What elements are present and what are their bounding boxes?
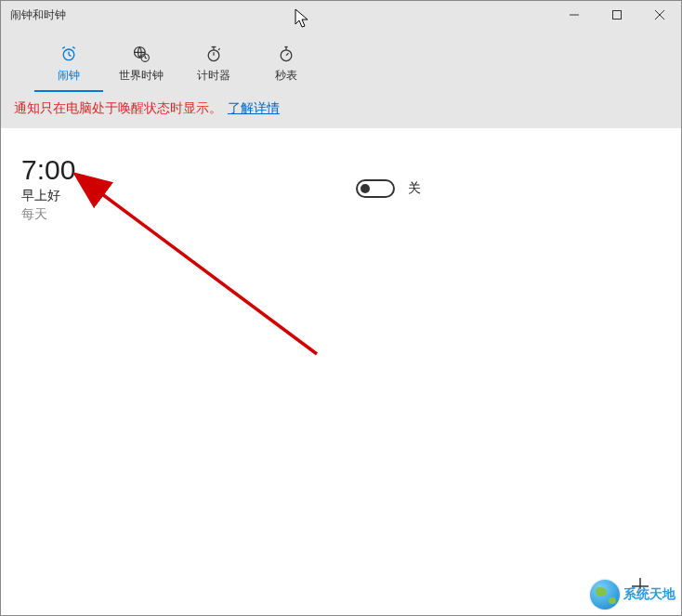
timer-icon [204,44,223,64]
tab-timer-label: 计时器 [197,68,230,84]
watermark-text: 系统天地 [623,586,675,603]
svg-line-8 [72,47,75,49]
alarm-name: 早上好 [21,188,356,204]
svg-line-19 [286,53,289,56]
alarm-icon [59,44,78,64]
alarm-toggle[interactable] [356,179,395,198]
toggle-knob [361,184,370,193]
maximize-button[interactable] [596,1,638,29]
minimize-button[interactable] [553,1,596,29]
svg-line-6 [69,55,72,57]
tab-alarm-label: 闹钟 [58,68,80,84]
tab-bar: 闹钟 世界时钟 [1,38,681,91]
svg-line-12 [145,58,147,59]
alarm-item[interactable]: 7:00 早上好 每天 关 [21,154,661,223]
tab-stopwatch-label: 秒表 [275,68,297,84]
tab-timer[interactable]: 计时器 [177,38,250,91]
content-area: 7:00 早上好 每天 关 下载吧 [1,128,681,616]
alarm-time: 7:00 [21,154,356,186]
close-button[interactable] [638,1,681,29]
tab-alarm[interactable]: 闹钟 [33,38,105,91]
notice-bar: 通知只在电脑处于唤醒状态时显示。 了解详情 [1,91,681,128]
stopwatch-icon [277,44,295,64]
tab-world-clock[interactable]: 世界时钟 [105,38,177,91]
alarm-info: 7:00 早上好 每天 [21,154,356,223]
tab-world-clock-label: 世界时钟 [119,68,164,84]
watermark: 系统天地 [590,580,675,609]
top-area: 闹钟 世界时钟 [1,29,681,128]
alarm-toggle-label: 关 [408,180,421,197]
notice-text: 通知只在电脑处于唤醒状态时显示。 [14,100,222,115]
notice-link[interactable]: 了解详情 [228,100,280,115]
globe-clock-icon [132,44,151,64]
alarm-repeat: 每天 [21,206,356,223]
tab-stopwatch[interactable]: 秒表 [250,38,322,91]
window-title: 闹钟和时钟 [10,7,66,23]
watermark-globe-icon [590,580,620,609]
svg-point-10 [141,54,149,61]
svg-rect-1 [613,11,622,20]
titlebar: 闹钟和时钟 [1,1,681,29]
svg-line-7 [62,47,65,49]
alarm-toggle-group: 关 [356,179,421,198]
window-controls [553,1,681,29]
svg-line-17 [218,48,220,50]
